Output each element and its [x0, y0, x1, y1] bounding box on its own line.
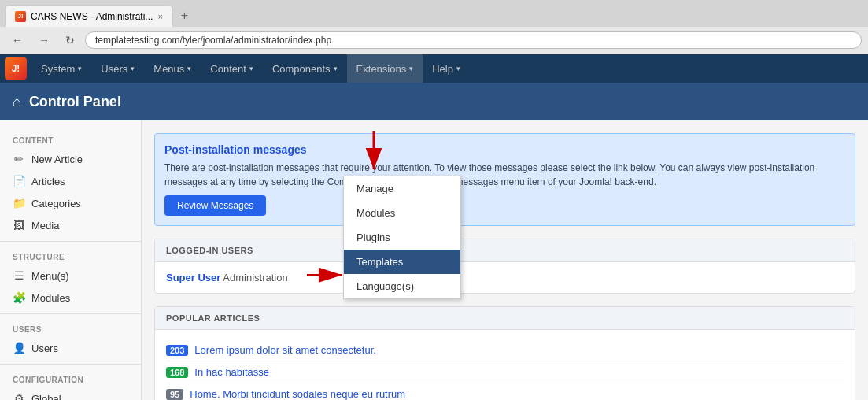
- nav-help[interactable]: Help ▾: [423, 54, 470, 83]
- dropdown-manage[interactable]: Manage: [344, 176, 460, 201]
- popular-articles-body: 203 Lorem ipsum dolor sit amet consectet…: [155, 330, 855, 400]
- sidebar-articles-label: Articles: [31, 176, 65, 187]
- media-icon: 🖼: [13, 219, 25, 231]
- nav-extensions-caret: ▾: [409, 65, 413, 72]
- nav-content-label: Content: [210, 63, 246, 75]
- nav-system-caret: ▾: [78, 65, 82, 72]
- article-badge-1: 203: [166, 345, 188, 356]
- article-item-3: 95 Home. Morbi tincidunt sodales neque e…: [166, 383, 844, 400]
- nav-menus[interactable]: Menus ▾: [144, 54, 201, 83]
- main-content: Post-installation messages There are pos…: [142, 120, 868, 400]
- tab-close-button[interactable]: ×: [157, 12, 162, 21]
- address-bar[interactable]: templatetesting.com/tyler/joomla/adminis…: [85, 31, 862, 49]
- sidebar-divider-1: [0, 241, 141, 242]
- nav-system-label: System: [41, 63, 75, 75]
- nav-system[interactable]: System ▾: [31, 54, 91, 83]
- home-icon: ⌂: [13, 94, 21, 110]
- article-badge-2: 168: [166, 367, 188, 378]
- nav-content-caret: ▾: [249, 65, 253, 72]
- article-link-2[interactable]: In hac habitasse: [194, 366, 269, 378]
- sidebar-new-article-label: New Article: [31, 154, 83, 165]
- logged-in-users-body: Super User Administration: [155, 262, 855, 293]
- sidebar-section-configuration: CONFIGURATION: [0, 369, 141, 387]
- logged-in-user-row: Super User Administration: [166, 272, 844, 283]
- nav-components-label: Components: [272, 63, 331, 75]
- control-panel-title: Control Panel: [29, 94, 121, 110]
- dropdown-plugins[interactable]: Plugins: [344, 225, 460, 250]
- nav-components[interactable]: Components ▾: [263, 54, 347, 83]
- nav-components-caret: ▾: [334, 65, 338, 72]
- sidebar-item-modules[interactable]: 🧩 Modules: [0, 287, 141, 309]
- review-messages-button[interactable]: Review Messages: [164, 195, 266, 216]
- sidebar-item-global[interactable]: ⚙ Global: [0, 387, 141, 400]
- tab-title: CARS NEWS - Administrati...: [31, 11, 153, 22]
- logged-in-role: Administration: [223, 272, 287, 283]
- sidebar-section-users: USERS: [0, 319, 141, 337]
- nav-help-label: Help: [432, 63, 453, 75]
- back-button[interactable]: ←: [6, 31, 28, 49]
- dropdown-templates[interactable]: Templates: [344, 250, 460, 274]
- sidebar-item-categories[interactable]: 📁 Categories: [0, 192, 141, 214]
- new-article-icon: ✏: [13, 153, 25, 165]
- sidebar-section-content: CONTENT: [0, 130, 141, 148]
- sidebar-menus-label: Menu(s): [31, 270, 69, 282]
- dropdown-modules[interactable]: Modules: [344, 201, 460, 225]
- post-install-alert: Post-installation messages There are pos…: [154, 133, 855, 226]
- cms-topbar: J! System ▾ Users ▾ Menus ▾ Content ▾ Co…: [0, 54, 868, 83]
- alert-text: There are post-installation messages tha…: [164, 161, 845, 189]
- nav-users[interactable]: Users ▾: [91, 54, 144, 83]
- main-layout: CONTENT ✏ New Article 📄 Articles 📁 Categ…: [0, 120, 868, 400]
- logged-in-users-header: LOGGED-IN USERS: [155, 239, 855, 262]
- nav-help-caret: ▾: [456, 65, 460, 72]
- alert-title: Post-installation messages: [164, 143, 845, 156]
- browser-toolbar: ← → ↻ templatetesting.com/tyler/joomla/a…: [0, 27, 868, 54]
- article-link-3[interactable]: Home. Morbi tincidunt sodales neque eu r…: [190, 388, 405, 400]
- browser-chrome: J! CARS NEWS - Administrati... × + ← → ↻…: [0, 0, 868, 54]
- users-icon: 👤: [13, 342, 25, 354]
- sidebar-section-structure: STRUCTURE: [0, 246, 141, 265]
- popular-articles-card: POPULAR ARTICLES 203 Lorem ipsum dolor s…: [154, 306, 855, 400]
- sidebar-item-menus[interactable]: ☰ Menu(s): [0, 265, 141, 287]
- sidebar: CONTENT ✏ New Article 📄 Articles 📁 Categ…: [0, 120, 142, 400]
- article-badge-3: 95: [166, 389, 183, 400]
- sidebar-modules-label: Modules: [31, 292, 70, 304]
- control-panel-header: ⌂ Control Panel: [0, 83, 868, 120]
- article-item-1: 203 Lorem ipsum dolor sit amet consectet…: [166, 339, 844, 361]
- dropdown-languages[interactable]: Language(s): [344, 274, 460, 298]
- nav-menus-label: Menus: [153, 63, 184, 75]
- sidebar-global-label: Global: [31, 393, 61, 401]
- sidebar-divider-2: [0, 313, 141, 314]
- nav-menus-caret: ▾: [187, 65, 191, 72]
- refresh-button[interactable]: ↻: [60, 31, 80, 49]
- articles-icon: 📄: [13, 175, 25, 187]
- tab-favicon: J!: [15, 11, 26, 22]
- new-tab-button[interactable]: +: [173, 6, 196, 26]
- nav-users-caret: ▾: [131, 65, 135, 72]
- sidebar-item-new-article[interactable]: ✏ New Article: [0, 148, 141, 170]
- browser-tab-active[interactable]: J! CARS NEWS - Administrati... ×: [5, 5, 173, 27]
- article-link-1[interactable]: Lorem ipsum dolor sit amet consectetur.: [194, 344, 376, 356]
- sidebar-categories-label: Categories: [31, 198, 81, 209]
- sidebar-item-articles[interactable]: 📄 Articles: [0, 170, 141, 192]
- joomla-logo[interactable]: J!: [5, 57, 27, 80]
- sidebar-item-users[interactable]: 👤 Users: [0, 337, 141, 359]
- browser-tabs: J! CARS NEWS - Administrati... × +: [0, 0, 868, 27]
- extensions-dropdown-menu: Manage Modules Plugins Templates Languag…: [343, 176, 461, 299]
- sidebar-media-label: Media: [31, 220, 59, 231]
- nav-users-label: Users: [101, 63, 127, 75]
- sidebar-users-label: Users: [31, 343, 58, 354]
- logged-in-username: Super User: [166, 272, 220, 283]
- forward-button[interactable]: →: [33, 31, 55, 49]
- nav-extensions-label: Extensions: [356, 63, 407, 75]
- menus-icon: ☰: [13, 269, 25, 282]
- article-item-2: 168 In hac habitasse: [166, 361, 844, 383]
- sidebar-item-media[interactable]: 🖼 Media: [0, 214, 141, 236]
- popular-articles-header: POPULAR ARTICLES: [155, 307, 855, 330]
- nav-content[interactable]: Content ▾: [201, 54, 263, 83]
- cms-nav: System ▾ Users ▾ Menus ▾ Content ▾ Compo…: [31, 54, 470, 83]
- sidebar-divider-3: [0, 364, 141, 365]
- categories-icon: 📁: [13, 197, 25, 209]
- global-icon: ⚙: [13, 392, 25, 400]
- logged-in-users-card: LOGGED-IN USERS Super User Administratio…: [154, 239, 855, 294]
- nav-extensions[interactable]: Extensions ▾: [347, 54, 423, 83]
